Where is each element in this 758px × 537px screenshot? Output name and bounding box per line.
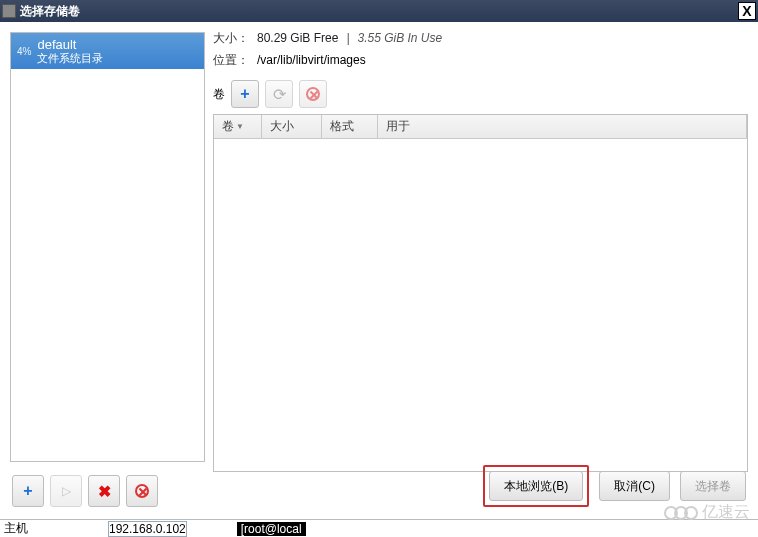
pool-usage-percent: 4% <box>17 46 31 57</box>
add-pool-button[interactable]: + <box>12 475 44 507</box>
host-label: 主机 <box>4 520 28 537</box>
delete-icon <box>135 484 149 498</box>
plus-icon: + <box>23 482 32 500</box>
host-ip: 192.168.0.102 <box>108 521 187 537</box>
volume-label: 卷 <box>213 86 225 103</box>
pool-text: default 文件系统目录 <box>37 37 103 66</box>
highlight-box: 本地浏览(B) <box>483 465 589 507</box>
start-pool-button[interactable]: ▷ <box>50 475 82 507</box>
select-volume-button[interactable]: 选择卷 <box>680 471 746 501</box>
close-button[interactable]: X <box>738 2 756 20</box>
volume-toolbar: 卷 + ⟳ <box>213 80 748 108</box>
delete-pool-button[interactable] <box>126 475 158 507</box>
delete-icon <box>306 87 320 101</box>
volume-table-header: 卷 ▼ 大小 格式 用于 <box>214 115 747 139</box>
sort-down-icon: ▼ <box>236 122 244 131</box>
footer-buttons: 本地浏览(B) 取消(C) 选择卷 <box>483 465 746 507</box>
col-name-label: 卷 <box>222 118 234 135</box>
x-icon: ✖ <box>98 482 111 501</box>
volume-table: 卷 ▼ 大小 格式 用于 <box>213 114 748 472</box>
plus-icon: + <box>240 85 249 103</box>
col-used[interactable]: 用于 <box>378 115 747 138</box>
new-volume-button[interactable]: + <box>231 80 259 108</box>
app-icon <box>2 4 16 18</box>
left-pane: 4% default 文件系统目录 <box>0 22 205 472</box>
location-label: 位置： <box>213 52 249 69</box>
size-row: 大小： 80.29 GiB Free | 3.55 GiB In Use <box>213 30 748 52</box>
location-row: 位置： /var/lib/libvirt/images <box>213 52 748 74</box>
cancel-button[interactable]: 取消(C) <box>599 471 670 501</box>
pool-subtitle: 文件系统目录 <box>37 52 103 65</box>
window-title: 选择存储卷 <box>20 3 738 20</box>
right-pane: 大小： 80.29 GiB Free | 3.55 GiB In Use 位置：… <box>205 22 758 472</box>
pool-list: 4% default 文件系统目录 <box>10 32 205 462</box>
pool-name: default <box>37 37 103 53</box>
pool-item-default[interactable]: 4% default 文件系统目录 <box>11 33 204 69</box>
play-icon: ▷ <box>62 484 71 498</box>
size-label: 大小： <box>213 30 249 47</box>
volume-table-body <box>214 139 747 471</box>
col-size[interactable]: 大小 <box>262 115 322 138</box>
free-text: 80.29 GiB Free <box>257 31 338 45</box>
location-value: /var/lib/libvirt/images <box>257 53 366 67</box>
main-area: 4% default 文件系统目录 大小： 80.29 GiB Free | 3… <box>0 22 758 472</box>
status-bar: 主机 192.168.0.102 [root@local <box>0 519 758 537</box>
terminal-chip: [root@local <box>237 522 306 536</box>
titlebar: 选择存储卷 X <box>0 0 758 22</box>
col-name[interactable]: 卷 ▼ <box>214 115 262 138</box>
pool-toolbar: + ▷ ✖ <box>12 475 158 507</box>
local-browse-button[interactable]: 本地浏览(B) <box>489 471 583 501</box>
refresh-icon: ⟳ <box>273 85 286 104</box>
delete-volume-button[interactable] <box>299 80 327 108</box>
inuse-text: 3.55 GiB In Use <box>358 31 443 45</box>
col-format[interactable]: 格式 <box>322 115 378 138</box>
sep: | <box>346 31 349 45</box>
refresh-volume-button[interactable]: ⟳ <box>265 80 293 108</box>
stop-pool-button[interactable]: ✖ <box>88 475 120 507</box>
